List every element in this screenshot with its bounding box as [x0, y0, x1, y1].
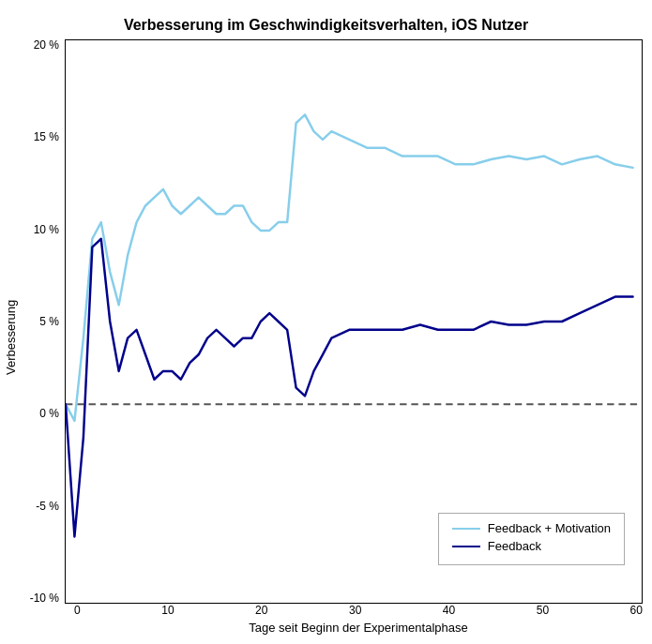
y-ticks: -10 %-5 %0 %5 %10 %15 %20 %: [25, 39, 65, 604]
plot-and-yaxis: -10 %-5 %0 %5 %10 %15 %20 % Feedback + M…: [25, 39, 652, 604]
x-tick-label: 50: [537, 604, 549, 617]
x-tick-label: 40: [443, 604, 455, 617]
x-tick-label: 60: [630, 604, 643, 617]
x-axis-label: Tage seit Beginn der Experimentalphase: [249, 621, 467, 635]
chart-title: Verbesserung im Geschwindigkeitsverhalte…: [124, 17, 528, 34]
plot-box: Feedback + MotivationFeedback: [65, 39, 643, 604]
legend-item: Feedback: [452, 539, 611, 553]
y-tick-label: -10 %: [30, 592, 59, 604]
y-tick-label: 15 %: [34, 131, 59, 142]
y-tick-label: 5 %: [39, 316, 59, 327]
y-tick-label: -5 %: [36, 501, 59, 512]
x-tick-label: 0: [74, 604, 81, 617]
y-tick-label: 20 %: [34, 39, 59, 51]
chart-area: Verbesserung -10 %-5 %0 %5 %10 %15 %20 %…: [0, 39, 652, 644]
x-tick-label: 10: [161, 604, 174, 617]
y-axis-label: Verbesserung: [0, 39, 25, 635]
y-tick-label: 10 %: [34, 224, 59, 235]
y-tick-label: 0 %: [39, 408, 59, 419]
legend: Feedback + MotivationFeedback: [438, 513, 625, 565]
chart-inner: -10 %-5 %0 %5 %10 %15 %20 % Feedback + M…: [25, 39, 652, 635]
x-axis-area: 0102030405060 Tage seit Beginn der Exper…: [25, 604, 652, 635]
legend-item: Feedback + Motivation: [452, 521, 611, 535]
legend-item-label: Feedback: [488, 539, 541, 553]
x-tick-label: 30: [349, 604, 361, 617]
x-tick-label: 20: [255, 604, 267, 617]
x-ticks: 0102030405060: [74, 604, 643, 617]
legend-line-color: [452, 546, 480, 547]
chart-container: Verbesserung im Geschwindigkeitsverhalte…: [0, 0, 652, 644]
legend-line-color: [452, 528, 480, 530]
legend-item-label: Feedback + Motivation: [488, 521, 611, 535]
